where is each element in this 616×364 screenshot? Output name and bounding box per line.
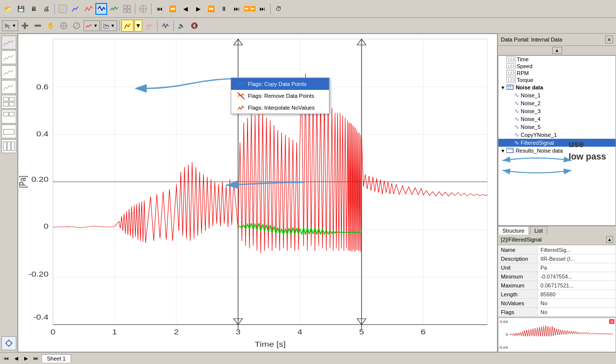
svg-text:5: 5 [359,328,364,336]
tool4[interactable] [95,3,107,15]
props-scroll-up[interactable]: ▲ [606,236,613,243]
thumb-4[interactable] [1,80,16,94]
tree-item-rpm[interactable]: 123 RPM [498,70,616,77]
svg-text:0.04: 0.04 [500,320,508,324]
screen-button[interactable]: 🖥 [28,3,40,15]
tool3[interactable] [82,3,94,15]
svg-text:⚡: ⚡ [60,7,65,12]
flags-dropdown[interactable]: ▼ [134,20,142,32]
menu-interpolate-novalues[interactable]: Flags: Interpolate NoValues [231,102,329,114]
tab-structure-label: Structure [502,228,525,234]
svg-rect-22 [9,102,14,106]
chart-area: 0.6 0.4 0.20 0 -0.20 -0.4 [Pa] [18,34,497,352]
tool6[interactable] [121,3,133,15]
fast-fwd-button[interactable]: ⏩⏩ [244,3,255,15]
sheet-tab-1[interactable]: Sheet 1 [41,354,71,363]
tabs-row: Structure List [498,226,616,235]
prop-value-name: FilteredSig... [538,245,616,254]
nav-end-button[interactable]: ⏭ [32,354,41,363]
open-button[interactable]: 📂 [2,3,14,15]
tree-item-speed[interactable]: 123 Speed [498,63,616,70]
signal-tool[interactable] [160,20,171,32]
sep1 [54,3,55,14]
thumb-7[interactable] [1,124,16,138]
next-button[interactable]: ⏩ [205,3,217,15]
props-header: [2]/FilteredSignal ▲ [498,235,616,245]
go-start-button[interactable]: ⏮ [154,3,165,15]
tree-label-copynoise: CopyYNoise_1 [521,132,557,138]
tool2[interactable] [70,3,82,15]
data-portal-header: Data Portal: Internal Data ✕ [498,34,616,46]
sound-button[interactable]: 🔈 [176,20,188,32]
tree-item-noise3[interactable]: ∿ Noise_3 [498,107,616,115]
tree-scroll-up-button[interactable]: ▲ [552,47,562,54]
tree-item-copynoise[interactable]: ∿ CopyYNoise_1 [498,131,616,139]
prev-fast-button[interactable]: ⏪ [166,3,178,15]
step-fwd-button[interactable]: ⏭ [231,3,243,15]
thumb-3[interactable] [1,65,16,79]
tree-item-noise5[interactable]: ∿ Noise_5 [498,123,616,131]
num-icon-time: 123 [506,56,516,62]
close-portal-button[interactable]: ✕ [605,36,613,43]
tree-item-noise2[interactable]: ∿ Noise_2 [498,99,616,107]
save-button[interactable]: 💾 [15,3,27,15]
menu-remove-data-points[interactable]: Flags: Remove Data Points [231,90,329,102]
thumb-settings[interactable] [1,336,16,350]
tree-label-torque: Torque [517,77,534,83]
curve-dropdown[interactable]: ▼ [83,20,100,31]
tree-item-noise-group[interactable]: ▼ Noise data [498,83,616,91]
num-icon-rpm: 123 [506,70,516,76]
no-sound-button[interactable]: 🔇 [189,20,201,32]
pan-button[interactable]: ✋ [45,20,57,32]
menu-item-label-3: Flags: Interpolate NoValues [248,105,315,111]
tab-list[interactable]: List [530,226,547,235]
timer-button[interactable]: ⏱ [273,3,285,15]
toolbar-second: ▼ ➕ ➖ ✋ ▼ ▼ ▼ ∿ 🔈 🔇 [0,18,616,34]
menu-copy-data-points[interactable]: Flags: Copy Data Points [231,78,329,90]
print-button[interactable]: 🖨 [41,3,52,15]
thumb-8[interactable] [1,139,16,153]
tree-item-time[interactable]: 123 Time [498,56,616,63]
svg-text:✕: ✕ [610,320,614,324]
nav-prev-button[interactable]: ◀ [12,354,21,363]
tree-item-noise1[interactable]: ∿ Noise_1 [498,91,616,99]
tree-label-noise4: Noise_4 [521,116,540,122]
tool7[interactable] [137,3,149,15]
measure1-button[interactable] [58,20,70,32]
svg-rect-80 [506,148,513,153]
nav-start-button[interactable]: ⏮ [2,354,11,363]
zoom-in-x-button[interactable]: ➕ [19,20,31,32]
sep5 [119,20,120,31]
tree-label-time: Time [517,56,529,62]
thumb-5[interactable] [1,95,16,109]
cursor-dropdown[interactable]: ▼ [2,20,18,31]
prop-value-maximum: 0.06717521... [538,281,616,290]
play-button[interactable]: ▶ [192,3,204,15]
tab-structure[interactable]: Structure [498,226,529,235]
tool5[interactable] [108,3,120,15]
go-end-button[interactable]: ⏭ [256,3,268,15]
svg-text:-0.4: -0.4 [33,313,48,321]
prev-button[interactable]: ◀ [179,3,191,15]
thumb-6[interactable] [1,110,16,123]
tool1[interactable]: ⚡ [57,3,69,15]
props-table: Name FilteredSig... Description IIR-Bess… [498,245,616,317]
flags-btn-active[interactable] [122,20,133,32]
tree-item-torque[interactable]: 123 Torque [498,77,616,83]
pause-button[interactable]: ⏸ [218,3,230,15]
svg-text:-0.04: -0.04 [498,346,508,350]
tree-label-noise3: Noise_3 [521,108,540,114]
svg-text:Time [s]: Time [s] [255,340,286,348]
zoom-out-x-button[interactable]: ➖ [32,20,44,32]
thumb-2[interactable] [1,50,16,64]
axis-dropdown[interactable]: ▼ [101,20,117,31]
prop-row-minimum: Minimum -0.0747554... [498,272,616,281]
measure2-button[interactable] [71,20,82,32]
prop-label-name: Name [498,245,538,254]
tree-item-noise4[interactable]: ∿ Noise_4 [498,115,616,123]
nav-next-button[interactable]: ▶ [22,354,31,363]
flag-tool2[interactable]: ∿ [143,20,155,32]
svg-marker-9 [5,23,11,29]
annotation-line2: low pass [569,152,606,162]
thumb-1[interactable] [1,36,16,49]
